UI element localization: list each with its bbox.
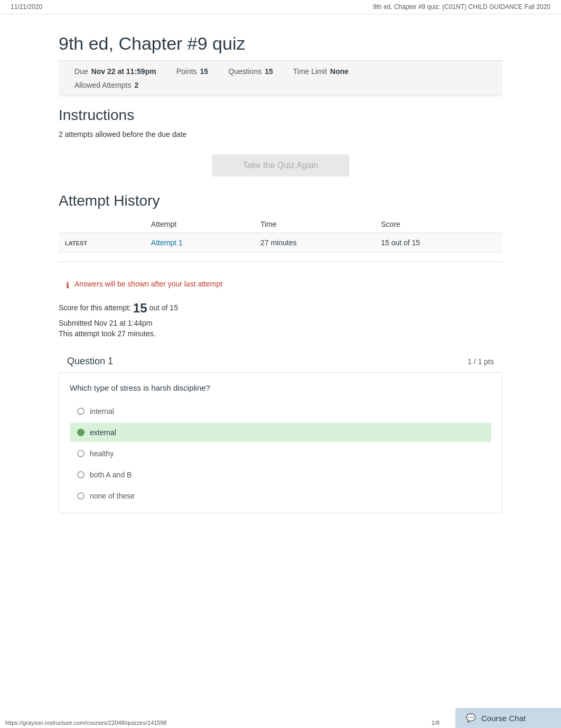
attempt-1-link[interactable]: Attempt 1 [151,238,183,247]
option-none: none of these [70,486,491,505]
submitted-info: Submitted Nov 21 at 1:44pm [59,319,502,327]
top-bar-date: 11/21/2020 [11,3,42,11]
time-limit-label: Time Limit [293,67,327,76]
score-out-of: out of 15 [149,303,178,312]
quiz-info-bar: Due Nov 22 at 11:59pm Points 15 Question… [59,60,502,96]
radio-internal [77,408,85,415]
attempt-history-table: Attempt Time Score LATEST Attempt 1 27 m… [59,216,502,253]
instructions-body: 2 attempts allowed before the due date [59,130,502,139]
question-1-label: Question 1 [67,356,113,367]
radio-both-ab [77,471,85,478]
due-value: Nov 22 at 11:59pm [91,67,156,76]
option-internal: internal [70,402,491,421]
table-row: LATEST Attempt 1 27 minutes 15 out of 15 [59,233,502,253]
option-healthy: healthy [70,444,491,463]
option-internal-label: internal [90,407,114,416]
attempt-score: 15 out of 15 [375,233,502,253]
option-external-label: external [90,428,116,437]
question-1-body: Which type of stress is harsh discipline… [59,372,502,513]
attempt-time: 27 minutes [254,233,375,253]
radio-none [77,492,85,500]
due-label: Due [74,67,88,76]
option-healthy-label: healthy [90,449,114,458]
take-quiz-again-button[interactable]: Take the Quiz Again [212,154,349,177]
col-score: Score [375,216,502,233]
option-both-ab-label: both A and B [90,471,132,479]
col-tag [59,216,145,233]
notice-text: Answers will be shown after your last at… [74,280,222,288]
time-limit-value: None [330,67,349,76]
questions-label: Questions [228,67,261,76]
col-attempt: Attempt [145,216,254,233]
question-1-block: Question 1 1 / 1 pts Which type of stres… [59,351,502,513]
points-value: 15 [200,67,209,76]
instructions-title: Instructions [59,107,502,124]
question-1-header: Question 1 1 / 1 pts [59,351,502,372]
radio-healthy [77,450,85,457]
question-1-text: Which type of stress is harsh discipline… [70,383,491,392]
info-icon: ℹ [66,280,69,290]
option-external: external [70,423,491,442]
score-label: Score for this attempt: [59,303,131,312]
top-bar: 11/21/2020 9th ed, Chapter #9 quiz: (C01… [0,0,561,14]
score-number: 15 [133,301,147,315]
allowed-attempts-value: 2 [134,81,138,89]
col-time: Time [254,216,375,233]
points-label: Points [176,67,197,76]
attempt-history-title: Attempt History [59,192,502,209]
option-none-label: none of these [90,492,135,500]
option-both-ab: both A and B [70,465,491,484]
radio-external [77,429,85,436]
allowed-attempts-label: Allowed Attempts [74,81,131,89]
quiz-title: 9th ed, Chapter #9 quiz [59,25,502,58]
notice-box: ℹ Answers will be shown after your last … [59,274,502,296]
latest-label: LATEST [65,240,87,246]
score-block: Score for this attempt: 15 out of 15 [59,301,502,316]
question-1-pts: 1 / 1 pts [467,357,494,366]
questions-value: 15 [265,67,273,76]
attempt-took: This attempt took 27 minutes. [59,329,502,338]
top-bar-title: 9th ed, Chapter #9 quiz: (C01NT) CHILD G… [373,3,550,11]
